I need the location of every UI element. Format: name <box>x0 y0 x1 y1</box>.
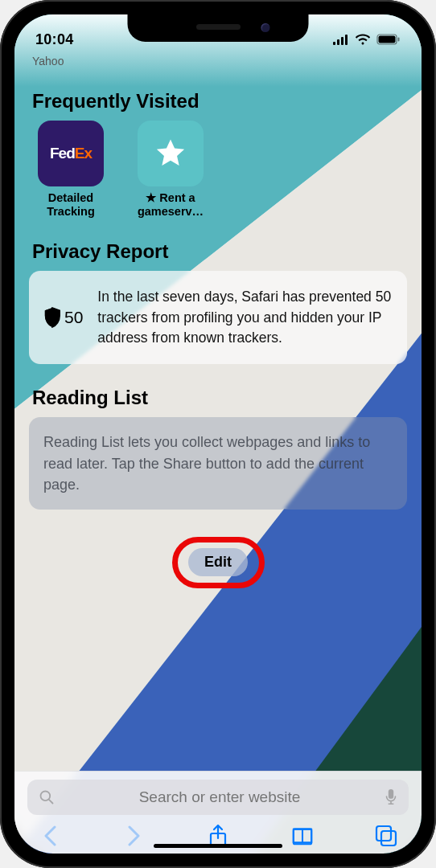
search-icon <box>39 789 55 805</box>
address-bar[interactable] <box>27 780 409 815</box>
forward-button[interactable] <box>123 825 146 847</box>
home-indicator[interactable] <box>154 844 282 848</box>
screen: 10:04 Yahoo Frequently Visited FedEx Det… <box>14 14 422 854</box>
tracker-count-value: 50 <box>64 308 83 327</box>
frequently-visited-row: FedEx Detailed Tracking ★ Rent a gameser… <box>32 121 407 218</box>
wifi-icon <box>355 34 371 45</box>
fv-caption: ★ Rent a gameserv… <box>132 191 209 218</box>
svg-rect-1 <box>337 39 339 45</box>
privacy-report-card[interactable]: 50 In the last seven days, Safari has pr… <box>29 271 407 364</box>
phone-frame: 10:04 Yahoo Frequently Visited FedEx Det… <box>0 0 436 868</box>
status-time: 10:04 <box>35 31 74 48</box>
annotation-highlight <box>172 537 265 588</box>
svg-rect-2 <box>341 37 343 45</box>
start-page-content[interactable]: Yahoo Frequently Visited FedEx Detailed … <box>14 51 422 786</box>
svg-rect-5 <box>379 36 396 43</box>
status-icons <box>333 34 401 45</box>
svg-rect-9 <box>389 789 393 799</box>
privacy-report-text: In the last seven days, Safari has preve… <box>97 287 393 348</box>
bookmarks-button[interactable] <box>291 825 314 847</box>
star-icon <box>138 121 204 186</box>
fv-item-gameserver[interactable]: ★ Rent a gameserv… <box>132 121 209 218</box>
privacy-report-title: Privacy Report <box>32 240 407 263</box>
svg-rect-6 <box>398 38 400 42</box>
bottom-toolbar-area <box>14 771 422 854</box>
back-button[interactable] <box>39 825 61 847</box>
clipped-label: Yahoo <box>32 55 407 68</box>
reading-list-title: Reading List <box>32 387 407 409</box>
search-input[interactable] <box>63 788 376 806</box>
svg-rect-0 <box>333 42 335 45</box>
svg-rect-11 <box>376 826 391 841</box>
svg-rect-12 <box>381 831 396 845</box>
fv-item-fedex[interactable]: FedEx Detailed Tracking <box>32 121 109 218</box>
reading-list-card[interactable]: Reading List lets you collect webpages a… <box>29 417 407 509</box>
privacy-tracker-count: 50 <box>43 307 83 328</box>
cellular-icon <box>333 35 349 45</box>
svg-line-8 <box>49 800 53 804</box>
notch <box>128 14 309 42</box>
tabs-button[interactable] <box>375 825 397 847</box>
battery-icon <box>376 34 401 45</box>
frequently-visited-title: Frequently Visited <box>32 90 407 113</box>
shield-icon <box>43 307 61 328</box>
fedex-icon: FedEx <box>38 121 104 186</box>
svg-rect-3 <box>345 35 348 45</box>
reading-list-text: Reading List lets you collect webpages a… <box>43 434 370 492</box>
fv-caption: Detailed Tracking <box>32 191 109 218</box>
microphone-icon[interactable] <box>385 788 397 806</box>
bottom-toolbar <box>27 815 409 847</box>
